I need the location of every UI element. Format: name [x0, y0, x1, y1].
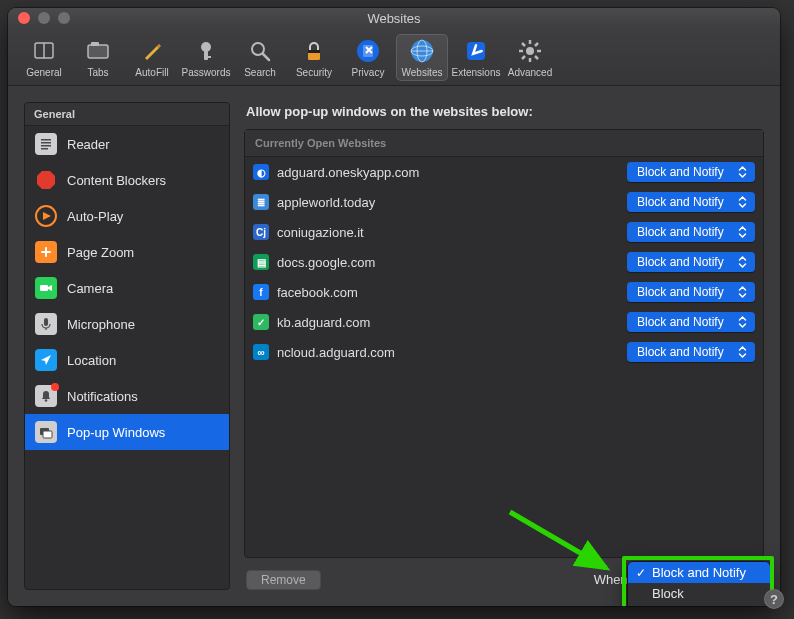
main-panel: Allow pop-up windows on the websites bel… — [244, 102, 764, 590]
website-row[interactable]: ▤ docs.google.com Block and Notify — [245, 247, 763, 277]
select-value: Block and Notify — [637, 255, 730, 269]
general-icon — [30, 37, 58, 65]
help-button[interactable]: ? — [764, 589, 780, 606]
toolbar-websites[interactable]: Websites — [396, 34, 448, 81]
website-domain: adguard.oneskyapp.com — [277, 165, 619, 180]
website-domain: kb.adguard.com — [277, 315, 619, 330]
dropdown-option[interactable]: Block — [628, 583, 770, 604]
window-title: Websites — [8, 11, 780, 26]
select-value: Block and Notify — [637, 345, 730, 359]
svg-rect-30 — [41, 145, 51, 147]
toolbar-label: Passwords — [182, 67, 231, 78]
sidebar-item-label: Camera — [67, 281, 113, 296]
sidebar-item-reader[interactable]: Reader — [25, 126, 229, 162]
websites-list: Currently Open Websites ◐ adguard.onesky… — [244, 129, 764, 558]
sidebar-item-notifications[interactable]: Notifications — [25, 378, 229, 414]
sidebar-item-autoplay[interactable]: Auto-Play — [25, 198, 229, 234]
preferences-toolbar: General Tabs AutoFill Passwords Search S… — [8, 28, 780, 86]
website-row[interactable]: ✓ kb.adguard.com Block and Notify — [245, 307, 763, 337]
svg-rect-2 — [88, 45, 108, 58]
sidebar-item-label: Pop-up Windows — [67, 425, 165, 440]
website-policy-select[interactable]: Block and Notify — [627, 282, 755, 302]
dropdown-option[interactable]: Allow — [628, 604, 770, 606]
chevron-updown-icon — [736, 194, 749, 210]
favicon: ✓ — [253, 314, 269, 330]
svg-rect-35 — [44, 318, 48, 326]
svg-line-26 — [522, 56, 525, 59]
sidebar-item-blockers[interactable]: Content Blockers — [25, 162, 229, 198]
sidebar-item-zoom[interactable]: Page Zoom — [25, 234, 229, 270]
other-websites-dropdown[interactable]: ✓ Block and Notify Block Allow — [628, 562, 770, 606]
toolbar-security[interactable]: Security — [288, 34, 340, 81]
sidebar-item-popups[interactable]: Pop-up Windows — [25, 414, 229, 450]
sidebar-item-label: Notifications — [67, 389, 138, 404]
security-icon — [300, 37, 328, 65]
toolbar-extensions[interactable]: Extensions — [450, 34, 502, 81]
websites-icon — [408, 37, 436, 65]
svg-marker-32 — [37, 171, 55, 189]
preferences-window: Websites General Tabs AutoFill Passwords… — [8, 8, 780, 606]
toolbar-search[interactable]: Search — [234, 34, 286, 81]
toolbar-tabs[interactable]: Tabs — [72, 34, 124, 81]
toolbar-label: Extensions — [452, 67, 501, 78]
favicon: ∞ — [253, 344, 269, 360]
minimize-button[interactable] — [38, 12, 50, 24]
notification-badge — [51, 383, 59, 391]
svg-line-25 — [535, 56, 538, 59]
website-row[interactable]: Cj coniugazione.it Block and Notify — [245, 217, 763, 247]
website-policy-select[interactable]: Block and Notify — [627, 162, 755, 182]
website-policy-select[interactable]: Block and Notify — [627, 342, 755, 362]
svg-point-37 — [45, 399, 48, 402]
website-domain: docs.google.com — [277, 255, 619, 270]
list-section-header: Currently Open Websites — [245, 130, 763, 157]
svg-rect-39 — [43, 431, 52, 438]
website-row[interactable]: ≣ appleworld.today Block and Notify — [245, 187, 763, 217]
advanced-icon — [516, 37, 544, 65]
website-policy-select[interactable]: Block and Notify — [627, 252, 755, 272]
favicon: ▤ — [253, 254, 269, 270]
sidebar-item-label: Page Zoom — [67, 245, 134, 260]
website-policy-select[interactable]: Block and Notify — [627, 312, 755, 332]
svg-rect-31 — [41, 148, 48, 150]
website-domain: ncloud.adguard.com — [277, 345, 619, 360]
select-value: Block and Notify — [637, 165, 730, 179]
website-row[interactable]: f facebook.com Block and Notify — [245, 277, 763, 307]
sidebar-item-microphone[interactable]: Microphone — [25, 306, 229, 342]
toolbar-autofill[interactable]: AutoFill — [126, 34, 178, 81]
chevron-updown-icon — [736, 314, 749, 330]
svg-line-9 — [263, 54, 269, 60]
sidebar: General Reader Content Blockers Auto-Pla… — [24, 102, 230, 590]
sidebar-item-label: Location — [67, 353, 116, 368]
toolbar-advanced[interactable]: Advanced — [504, 34, 556, 81]
website-row[interactable]: ∞ ncloud.adguard.com Block and Notify — [245, 337, 763, 367]
remove-button[interactable]: Remove — [246, 570, 321, 590]
sidebar-item-label: Content Blockers — [67, 173, 166, 188]
toolbar-privacy[interactable]: Privacy — [342, 34, 394, 81]
passwords-icon — [192, 37, 220, 65]
dropdown-option[interactable]: ✓ Block and Notify — [628, 562, 770, 583]
toolbar-label: Websites — [402, 67, 443, 78]
sidebar-item-location[interactable]: Location — [25, 342, 229, 378]
tabs-icon — [84, 37, 112, 65]
zoom-icon — [35, 241, 57, 263]
toolbar-passwords[interactable]: Passwords — [180, 34, 232, 81]
svg-line-27 — [535, 43, 538, 46]
toolbar-label: General — [26, 67, 62, 78]
website-domain: facebook.com — [277, 285, 619, 300]
chevron-updown-icon — [736, 344, 749, 360]
favicon: f — [253, 284, 269, 300]
popups-icon — [35, 421, 57, 443]
sidebar-item-camera[interactable]: Camera — [25, 270, 229, 306]
website-policy-select[interactable]: Block and Notify — [627, 192, 755, 212]
panel-heading: Allow pop-up windows on the websites bel… — [246, 104, 764, 119]
content-area: General Reader Content Blockers Auto-Pla… — [8, 86, 780, 606]
option-label: Block and Notify — [652, 565, 746, 580]
zoom-button[interactable] — [58, 12, 70, 24]
toolbar-label: AutoFill — [135, 67, 168, 78]
close-button[interactable] — [18, 12, 30, 24]
select-value: Block and Notify — [637, 225, 730, 239]
toolbar-general[interactable]: General — [18, 34, 70, 81]
website-row[interactable]: ◐ adguard.oneskyapp.com Block and Notify — [245, 157, 763, 187]
website-policy-select[interactable]: Block and Notify — [627, 222, 755, 242]
panel-footer: Remove When visiting other websites: ✓ B… — [244, 558, 764, 590]
